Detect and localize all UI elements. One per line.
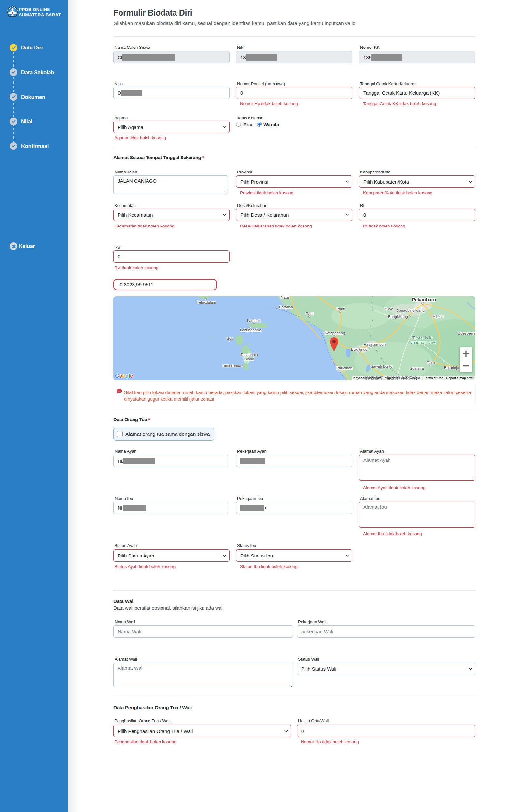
svg-text:Danaubingkuang: Danaubingkuang [396, 309, 425, 312]
svg-text:Natal: Natal [281, 296, 290, 300]
svg-text:Tesso Nilo: Tesso Nilo [412, 335, 432, 340]
svg-text:Tanahbala: Tanahbala [240, 353, 258, 357]
svg-text:Doesoenh: Doesoenh [458, 331, 475, 335]
svg-text:Bangkinang: Bangkinang [388, 315, 408, 319]
svg-text:Baturidja: Baturidja [444, 366, 459, 370]
svg-text:Payakumbuh: Payakumbuh [364, 342, 386, 346]
svg-text:Boli: Boli [227, 336, 233, 340]
svg-text:Bukittinggi: Bukittinggi [351, 347, 368, 351]
svg-text:Sumatra: Sumatra [410, 366, 424, 371]
svg-text:Kuok: Kuok [384, 307, 393, 311]
svg-text:Batahan: Batahan [279, 305, 293, 309]
svg-text:Labuhanrima: Labuhanrima [240, 328, 262, 332]
svg-text:Report a map error: Report a map error [446, 376, 474, 380]
svg-text:Google: Google [115, 373, 133, 379]
svg-text:Keyboard shortcuts: Keyboard shortcuts [353, 376, 381, 380]
svg-text:Parit: Parit [306, 312, 314, 316]
svg-text:Hilibafunua: Hilibafunua [222, 364, 241, 368]
svg-text:Island: Island [244, 357, 254, 361]
svg-text:Pekanbaru: Pekanbaru [412, 297, 436, 302]
svg-text:RIAU: RIAU [433, 314, 444, 319]
svg-text:Map data ©2022 Google: Map data ©2022 Google [385, 376, 421, 380]
svg-text:Terms of Use: Terms of Use [424, 376, 443, 380]
svg-text:National Park: National Park [409, 340, 435, 345]
svg-text:Pariaman: Pariaman [336, 366, 352, 370]
svg-text:Lambak: Lambak [247, 319, 260, 323]
svg-text:Sawah Lunto: Sawah Lunto [370, 364, 392, 368]
svg-text:Taluk: Taluk [427, 361, 435, 364]
svg-text:Panti: Panti [336, 307, 345, 311]
svg-text:Telukdalam: Telukdalam [197, 301, 216, 304]
svg-text:Kotopadang: Kotopadang [325, 331, 345, 335]
